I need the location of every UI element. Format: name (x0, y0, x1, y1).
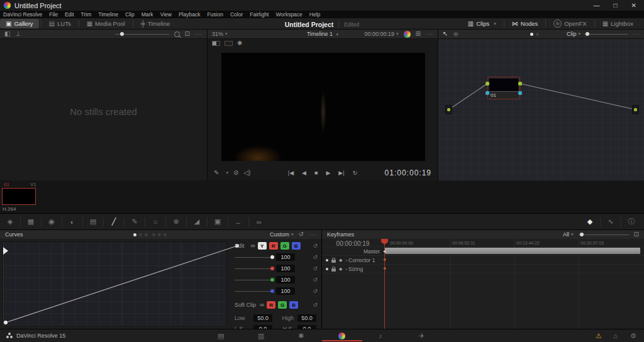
close-button[interactable]: ✕ (631, 2, 636, 9)
luts-toggle-button[interactable]: ▤ LUTs (43, 19, 77, 28)
gallery-options-menu[interactable]: ··· (195, 31, 203, 37)
soft-clip-g-button[interactable]: G (278, 301, 287, 309)
luma-gain-value[interactable]: 100 (276, 253, 295, 261)
lock-icon[interactable] (331, 260, 336, 263)
album-tree-icon[interactable]: ⊥ (15, 31, 21, 37)
blur-icon[interactable]: ◢ (187, 218, 207, 226)
menu-trim[interactable]: Trim (81, 11, 92, 18)
soft-clip-r-button[interactable]: R (267, 301, 275, 309)
cursor-tool-icon[interactable]: ↖ (443, 31, 448, 37)
curves-mode-select[interactable]: Custom ▾ (270, 231, 294, 238)
color-wheels-icon[interactable]: ◉ (42, 218, 62, 226)
keyframes-timeline[interactable]: 00:00:00:19 00:00:00:00 00:06:52:11 00:1… (322, 239, 644, 329)
page-media-icon[interactable]: ▤ (218, 332, 224, 340)
menu-mark[interactable]: Mark (142, 11, 153, 18)
menu-help[interactable]: Help (309, 11, 320, 18)
reset-icon[interactable]: ↺ (313, 302, 318, 308)
lightbox-toggle-button[interactable]: ▦ Lightbox (597, 19, 639, 28)
qualifier-icon[interactable]: ✎ (125, 218, 145, 226)
menu-color[interactable]: Color (230, 11, 243, 18)
info-icon[interactable]: ⓘ (621, 217, 641, 226)
magic-wand-icon[interactable]: ✱ (237, 40, 242, 47)
rgb-input-icon[interactable] (486, 82, 489, 86)
keyframes-zoom-slider[interactable] (579, 234, 629, 235)
node-zoom-slider[interactable] (584, 34, 628, 35)
search-icon[interactable] (174, 31, 180, 37)
node-mode-select[interactable]: Clip ▾ (567, 31, 580, 37)
rgb-output-icon[interactable] (518, 82, 522, 86)
reset-icon[interactable]: ↺ (313, 243, 318, 249)
node-output-terminal[interactable] (632, 105, 639, 114)
settings-gear-icon[interactable]: ⚙ (630, 332, 636, 340)
step-back-button[interactable]: ◀ (302, 170, 306, 176)
keyframe-diamond-icon[interactable]: ◆ (339, 258, 342, 263)
menu-fairlight[interactable]: Fairlight (250, 11, 269, 18)
media-pool-toggle-button[interactable]: ▦ Media Pool (81, 19, 131, 28)
track-label-master[interactable]: Master (323, 248, 380, 255)
openfx-toggle-button[interactable]: fx OpenFX (548, 18, 592, 29)
curve-graph[interactable] (3, 241, 227, 326)
pan-tool-icon[interactable]: ◉ (453, 31, 458, 37)
low-value[interactable]: 50.0 (253, 314, 272, 322)
key-output-icon[interactable] (518, 91, 522, 95)
thumbnail-size-slider[interactable] (115, 34, 169, 35)
curves-page-dots[interactable] (132, 231, 168, 238)
go-to-end-button[interactable]: ▶| (338, 170, 344, 176)
red-gain-slider[interactable] (235, 268, 274, 269)
link-channels-icon[interactable]: ∞ (260, 302, 264, 308)
tracker-icon[interactable]: ⊕ (166, 218, 186, 226)
high-value[interactable]: 50.0 (297, 314, 316, 322)
menu-davinci-resolve[interactable]: DaVinci Resolve (3, 11, 42, 18)
master-keyframe-bar[interactable] (385, 248, 640, 254)
soft-clip-b-button[interactable]: B (289, 301, 298, 309)
track-label-sizing[interactable]: Sizing (348, 266, 405, 272)
reset-icon[interactable]: ↺ (313, 288, 318, 294)
track-enable-dot[interactable] (326, 259, 328, 262)
green-gain-value[interactable]: 100 (276, 276, 295, 284)
chevron-right-icon[interactable]: › (345, 258, 347, 263)
power-window-icon[interactable]: ○ (145, 218, 165, 226)
page-fusion-icon[interactable]: ✱ (298, 332, 304, 340)
menu-fusion[interactable]: Fusion (207, 11, 223, 18)
reset-icon[interactable]: ↺ (313, 254, 318, 260)
reference-wipe-icon[interactable] (225, 41, 233, 46)
maximize-button[interactable]: □ (614, 2, 618, 9)
curves-icon[interactable]: ╱ (104, 218, 124, 226)
green-gain-slider[interactable] (235, 280, 274, 280)
channel-y-button[interactable]: Y (258, 242, 267, 250)
menu-clip[interactable]: Clip (125, 11, 135, 18)
go-to-start-button[interactable]: |◀ (288, 170, 294, 176)
nodes-toggle-button[interactable]: ⋈ Nodes (506, 19, 543, 28)
page-fairlight-icon[interactable]: ♪ (379, 332, 382, 339)
rgb-mixer-icon[interactable]: ◐ (62, 218, 82, 226)
node-input-terminal[interactable] (445, 105, 452, 114)
channel-g-button[interactable]: G (280, 242, 289, 250)
node-options-menu[interactable]: ··· (632, 31, 640, 37)
red-gain-value[interactable]: 100 (276, 265, 295, 272)
key-icon[interactable]: ▣ (208, 218, 228, 226)
link-channels-icon[interactable]: ∞ (251, 243, 255, 249)
track-enable-dot[interactable] (326, 268, 328, 270)
camera-raw-icon[interactable]: ◈ (0, 218, 20, 226)
channel-b-button[interactable]: B (292, 242, 301, 250)
luma-gain-slider[interactable] (235, 257, 274, 258)
corrector-node[interactable]: 01 (487, 77, 520, 99)
chevron-right-icon[interactable]: › (345, 267, 347, 272)
channel-r-button[interactable]: R (269, 242, 278, 250)
reset-icon[interactable]: ↺ (299, 231, 304, 238)
menu-playback[interactable]: Playback (179, 11, 201, 18)
timeline-select[interactable]: Timeline 1 ▾ (208, 31, 438, 37)
play-button[interactable]: ▶ (326, 170, 330, 176)
menu-timeline[interactable]: Timeline (98, 11, 118, 18)
menu-file[interactable]: File (49, 11, 58, 18)
node-graph[interactable]: 01 (438, 39, 644, 180)
project-manager-icon[interactable]: ⌂ (613, 332, 618, 339)
track-label-corrector[interactable]: Corrector 1 (348, 257, 405, 263)
menu-workspace[interactable]: Workspace (275, 11, 302, 18)
gallery-toggle-button[interactable]: ▣ Gallery (0, 19, 39, 28)
reset-icon[interactable]: ↺ (313, 277, 318, 283)
sizing-icon[interactable]: ↔ (228, 218, 248, 226)
curves-options-menu[interactable]: ··· (309, 231, 316, 238)
menu-edit[interactable]: Edit (65, 11, 74, 18)
motion-effects-icon[interactable]: ▤ (83, 218, 103, 226)
